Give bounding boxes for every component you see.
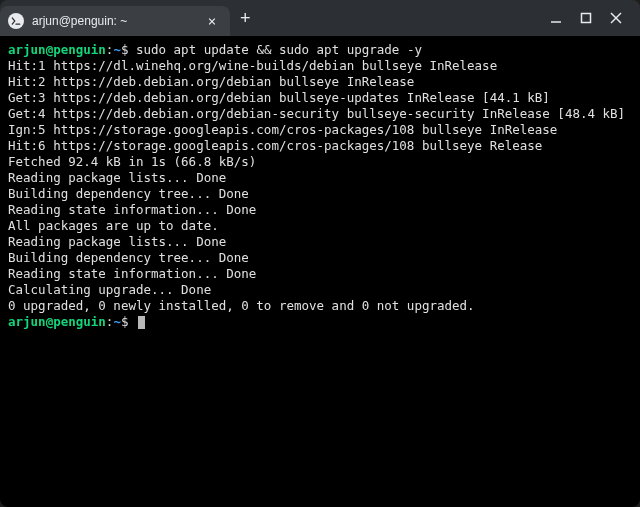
output-line: Hit:2 https://deb.debian.org/debian bull… — [8, 74, 632, 90]
prompt-user-host: arjun@penguin — [8, 42, 106, 57]
svg-rect-1 — [582, 14, 591, 23]
output-line: Reading package lists... Done — [8, 234, 632, 250]
terminal-icon — [8, 13, 24, 29]
minimize-icon[interactable] — [548, 10, 564, 26]
prompt-end: $ — [121, 42, 129, 57]
tab-close-icon[interactable]: × — [204, 14, 220, 28]
output-line: Get:4 https://deb.debian.org/debian-secu… — [8, 106, 632, 122]
close-icon[interactable] — [608, 10, 624, 26]
output-line: Ign:5 https://storage.googleapis.com/cro… — [8, 122, 632, 138]
window-controls — [548, 10, 632, 26]
tab-title: arjun@penguin: ~ — [32, 14, 196, 28]
prompt-user-host: arjun@penguin — [8, 314, 106, 329]
cursor-block — [138, 316, 145, 329]
output-line: 0 upgraded, 0 newly installed, 0 to remo… — [8, 298, 632, 314]
output-line: Reading state information... Done — [8, 266, 632, 282]
output-line: All packages are up to date. — [8, 218, 632, 234]
output-line: Reading package lists... Done — [8, 170, 632, 186]
output-line: Reading state information... Done — [8, 202, 632, 218]
command-text: sudo apt update && sudo apt upgrade -y — [136, 42, 422, 57]
maximize-icon[interactable] — [578, 10, 594, 26]
new-tab-button[interactable]: + — [240, 9, 251, 27]
prompt-path: ~ — [113, 42, 121, 57]
tab[interactable]: arjun@penguin: ~ × — [0, 6, 230, 36]
titlebar: arjun@penguin: ~ × + — [0, 0, 640, 36]
prompt-path: ~ — [113, 314, 121, 329]
output-line: Calculating upgrade... Done — [8, 282, 632, 298]
output-line: Hit:6 https://storage.googleapis.com/cro… — [8, 138, 632, 154]
prompt-line: arjun@penguin:~$ sudo apt update && sudo… — [8, 42, 422, 57]
prompt-end: $ — [121, 314, 129, 329]
output-line: Building dependency tree... Done — [8, 186, 632, 202]
output-line: Get:3 https://deb.debian.org/debian bull… — [8, 90, 632, 106]
output-line: Building dependency tree... Done — [8, 250, 632, 266]
terminal-body[interactable]: arjun@penguin:~$ sudo apt update && sudo… — [0, 36, 640, 507]
output-line: Fetched 92.4 kB in 1s (66.8 kB/s) — [8, 154, 632, 170]
prompt-line-2: arjun@penguin:~$ — [8, 314, 145, 329]
output-line: Hit:1 https://dl.winehq.org/wine-builds/… — [8, 58, 632, 74]
output-block: Hit:1 https://dl.winehq.org/wine-builds/… — [8, 58, 632, 314]
